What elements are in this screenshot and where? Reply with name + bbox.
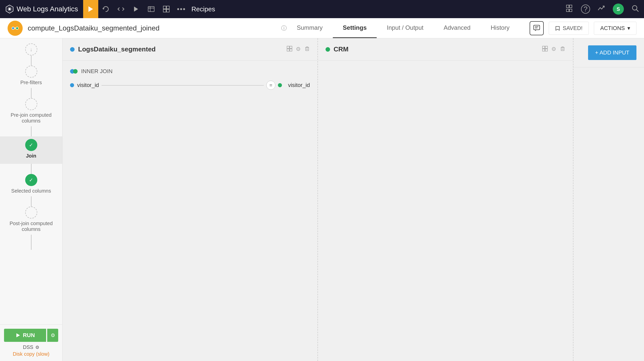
panel-icons-left: ⚙: [287, 46, 310, 53]
condition-dot-right: [278, 83, 282, 87]
condition-field-right: visitor_id: [288, 82, 310, 88]
add-input-button[interactable]: + ADD INPUT: [588, 45, 636, 60]
svg-point-16: [12, 27, 14, 29]
condition-field-left: visitor_id: [77, 82, 99, 88]
svg-rect-33: [545, 49, 548, 51]
app-title: Web Logs Analytics: [17, 5, 78, 13]
connector-2: [31, 88, 31, 98]
recipe-type-icon: [8, 21, 23, 36]
step-circle-prejoin: [25, 98, 37, 110]
chevron-down-icon: ▾: [627, 25, 630, 32]
tab-summary[interactable]: Summary: [287, 18, 333, 38]
pipeline-step-postjoin[interactable]: Post-join computed columns: [0, 206, 62, 235]
recipes-label: Recipes: [191, 5, 215, 13]
pipeline-step-prejoin[interactable]: Pre-join computed columns: [0, 98, 62, 126]
svg-rect-11: [569, 5, 572, 8]
svg-marker-1: [88, 6, 93, 12]
tab-settings[interactable]: Settings: [333, 18, 377, 38]
svg-rect-34: [561, 47, 564, 51]
connector-3: [31, 126, 31, 136]
user-avatar[interactable]: S: [613, 4, 624, 15]
nav-refresh-icon[interactable]: [98, 0, 113, 18]
run-settings-button[interactable]: ⚙: [47, 329, 58, 342]
svg-line-15: [636, 10, 638, 12]
svg-rect-7: [167, 6, 169, 9]
svg-rect-30: [542, 46, 545, 48]
nav-play-icon[interactable]: [128, 0, 144, 18]
grid-view-icon[interactable]: [287, 46, 292, 53]
settings-icon[interactable]: ⚙: [296, 46, 301, 53]
recipe-header: compute_LogsDataiku_segmented_joined ⓘ S…: [0, 18, 644, 38]
delete-right-icon[interactable]: [560, 46, 565, 53]
svg-rect-19: [534, 25, 540, 30]
svg-rect-13: [569, 9, 572, 12]
nav-more-icon[interactable]: •••: [174, 0, 189, 18]
join-panel-left: LogsDataiku_segmented ⚙: [62, 38, 318, 361]
search-icon[interactable]: [631, 5, 639, 14]
dss-gear-icon[interactable]: ⚙: [35, 345, 39, 350]
svg-rect-23: [287, 46, 289, 48]
dataset-dot-green: [326, 47, 330, 52]
settings-right-icon[interactable]: ⚙: [551, 46, 556, 53]
svg-rect-12: [566, 9, 569, 12]
nav-flow-icon[interactable]: [83, 0, 98, 18]
dataset-name-left: LogsDataiku_segmented: [78, 45, 283, 53]
nav-code-icon[interactable]: [113, 0, 128, 18]
top-navigation: Web Logs Analytics ••• Recipes ? S: [0, 0, 644, 18]
logo-icon: [5, 5, 14, 14]
trending-icon[interactable]: [598, 5, 605, 14]
run-button[interactable]: RUN: [4, 329, 46, 342]
nav-grid-icon[interactable]: [159, 0, 174, 18]
svg-rect-26: [290, 49, 292, 51]
step-label-prefilters: Pre-filters: [18, 80, 45, 85]
svg-point-18: [14, 27, 16, 29]
grid-view-right-icon[interactable]: [542, 46, 548, 53]
app-logo[interactable]: Web Logs Analytics: [5, 5, 78, 14]
svg-rect-10: [566, 5, 569, 8]
connector-1: [31, 55, 31, 66]
delete-icon[interactable]: [304, 46, 310, 53]
step-circle-join: ✓: [25, 139, 37, 151]
recipe-actions: SAVED! ACTIONS ▾: [530, 21, 636, 35]
condition-right: visitor_id: [278, 82, 310, 88]
pipeline-step-selected[interactable]: ✓ Selected columns: [0, 174, 62, 196]
step-circle-prefilters: [25, 66, 37, 78]
tab-input-output[interactable]: Input / Output: [377, 18, 433, 38]
disk-copy-label[interactable]: Disk copy (slow): [4, 351, 58, 357]
join-type-dots: [70, 69, 78, 74]
join-content-right: [318, 61, 573, 361]
nav-right-group: ? S: [566, 4, 639, 15]
pipeline-step-join[interactable]: ✓ Join: [0, 136, 62, 164]
grid-apps-icon[interactable]: [566, 5, 573, 14]
step-circle-top: ↓: [25, 43, 37, 55]
join-content-left: INNER JOIN visitor_id = visitor_id: [62, 61, 317, 361]
main-content: ↓ Pre-filters Pre-join computed columns …: [0, 38, 644, 361]
svg-rect-25: [287, 49, 289, 51]
nav-table-icon[interactable]: [144, 0, 159, 18]
svg-rect-31: [545, 46, 548, 48]
join-condition-row: visitor_id = visitor_id: [70, 81, 310, 90]
help-icon[interactable]: ?: [581, 5, 590, 14]
step-circle-selected: ✓: [25, 174, 37, 186]
svg-rect-6: [163, 6, 166, 9]
dataset-name-right: CRM: [334, 45, 539, 53]
svg-rect-9: [167, 9, 169, 12]
svg-rect-32: [542, 49, 545, 51]
join-panel-left-header: LogsDataiku_segmented ⚙: [62, 38, 317, 61]
run-row: RUN ⚙: [4, 329, 58, 342]
connector-6: [31, 235, 31, 250]
tab-history[interactable]: History: [480, 18, 520, 38]
condition-equals-icon: =: [266, 81, 275, 90]
actions-button[interactable]: ACTIONS ▾: [594, 22, 636, 35]
tab-advanced[interactable]: Advanced: [434, 18, 481, 38]
svg-rect-3: [148, 7, 154, 12]
saved-button[interactable]: SAVED!: [549, 22, 589, 35]
run-bar: RUN ⚙ DSS ⚙ Disk copy (slow): [0, 324, 62, 361]
pipeline-step-prefilters[interactable]: Pre-filters: [0, 66, 62, 88]
chat-button[interactable]: [530, 21, 544, 35]
recipe-tabs: Summary Settings Input / Output Advanced…: [287, 18, 520, 38]
join-panels: LogsDataiku_segmented ⚙: [62, 38, 644, 361]
recipe-info-icon[interactable]: ⓘ: [281, 24, 287, 32]
svg-rect-27: [306, 47, 309, 51]
third-panel-header: + ADD INPUT: [573, 38, 644, 67]
